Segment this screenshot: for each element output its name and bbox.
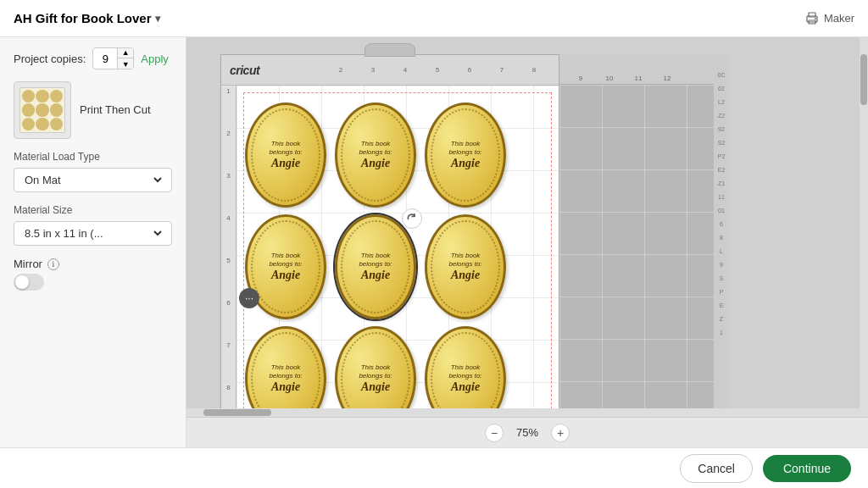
bookmark-name-4: Angie — [271, 269, 300, 282]
bookmark-text-top-3: This bookbelongs to: — [448, 140, 481, 156]
maker-indicator: Maker — [805, 12, 854, 25]
bookmark-text-top-5: This bookbelongs to: — [359, 252, 392, 268]
printer-icon — [805, 12, 819, 25]
spinner-buttons[interactable]: ▲ ▼ — [117, 47, 133, 69]
zoom-bar: − 75% + — [186, 417, 868, 447]
project-copies-label: Project copies: — [14, 53, 86, 65]
bookmark-name-8: Angie — [361, 380, 390, 394]
bookmark-1[interactable]: This bookbelongs to: Angie — [245, 103, 326, 208]
mat-handle — [364, 43, 415, 57]
bookmark-text-top-8: This bookbelongs to: — [359, 363, 392, 380]
horizontal-scrollbar-thumb[interactable] — [203, 409, 271, 416]
mirror-group: Mirror ℹ — [14, 258, 172, 291]
vertical-scrollbar-thumb[interactable] — [860, 54, 867, 105]
material-size-label: Material Size — [14, 204, 172, 216]
mat-thumbnail — [14, 81, 71, 139]
project-title-bar: AH Gift for Book Lover ▾ — [14, 11, 160, 25]
bookmarks-grid: This bookbelongs to: Angie This bookbelo… — [245, 103, 511, 417]
mat-content-area: 1 2 3 4 5 6 7 8 9 — [221, 86, 559, 417]
mirror-info-icon[interactable]: ℹ — [47, 258, 59, 270]
zoom-level-display: 75% — [512, 426, 542, 439]
apply-button[interactable]: Apply — [141, 53, 169, 65]
vertical-ruler: 1 2 3 4 5 6 7 8 9 — [221, 86, 236, 417]
bookmark-text-top-6: This bookbelongs to: — [448, 252, 481, 268]
bookmark-8[interactable]: This bookbelongs to: Angie — [335, 326, 416, 417]
material-load-dropdown[interactable]: On Mat — [21, 173, 164, 187]
rotate-action-button[interactable] — [402, 208, 422, 229]
bookmark-name-2: Angie — [361, 157, 390, 170]
bookmark-name-5: Angie — [361, 269, 390, 282]
continue-button[interactable]: Continue — [763, 455, 851, 482]
svg-point-3 — [815, 18, 816, 19]
material-size-group: Material Size 8.5 in x 11 in (... — [14, 204, 172, 246]
bookmark-3[interactable]: This bookbelongs to: Angie — [425, 103, 506, 208]
canvas-scroll[interactable]: cricut 2 3 4 5 6 7 8 — [186, 37, 868, 417]
bookmark-name-7: Angie — [271, 380, 300, 394]
gray-extension-area: 9 10 11 12 0C 62 L2 Z2 92 S2 — [559, 54, 729, 417]
mat-type-label: Print Then Cut — [80, 103, 151, 118]
bookmark-text-top-2: This bookbelongs to: — [359, 140, 392, 156]
copies-increment-button[interactable]: ▲ — [118, 47, 133, 58]
bookmark-6[interactable]: This bookbelongs to: Angie — [425, 214, 506, 319]
rotate-icon — [406, 213, 418, 225]
project-copies-row: Project copies: 9 ▲ ▼ Apply — [14, 47, 172, 69]
bookmark-5[interactable]: This bookbelongs to: Angie — [335, 214, 416, 319]
left-panel: Project copies: 9 ▲ ▼ Apply — [0, 37, 186, 447]
bookmark-name-9: Angie — [451, 380, 480, 394]
bookmark-name-3: Angie — [451, 157, 480, 170]
bottom-action-bar: Cancel Continue — [0, 447, 868, 488]
cricut-logo: cricut — [230, 64, 259, 77]
gray-grid — [559, 85, 714, 417]
zoom-out-button[interactable]: − — [485, 424, 504, 442]
white-mat: cricut 2 3 4 5 6 7 8 — [220, 54, 559, 417]
bookmark-text-top-7: This bookbelongs to: — [269, 363, 302, 380]
zoom-in-button[interactable]: + — [551, 424, 570, 442]
bookmark-9[interactable]: This bookbelongs to: Angie — [425, 326, 506, 417]
bookmark-text-top-1: This bookbelongs to: — [269, 140, 302, 156]
maker-label-text: Maker — [824, 12, 854, 25]
copies-input[interactable]: 9 — [93, 53, 117, 65]
material-size-dropdown[interactable]: 8.5 in x 11 in (... — [21, 226, 164, 241]
bookmark-7[interactable]: This bookbelongs to: Angie — [245, 326, 326, 417]
mat-preview: Print Then Cut — [14, 81, 172, 139]
vertical-scrollbar[interactable] — [860, 37, 868, 417]
canvas-area: cricut 2 3 4 5 6 7 8 — [186, 37, 868, 447]
material-size-select[interactable]: 8.5 in x 11 in (... — [14, 221, 172, 246]
right-ruler: 0C 62 L2 Z2 92 S2 P2 E2 Z1 11 01 6 8 L — [714, 68, 729, 417]
mat-header: cricut 2 3 4 5 6 7 8 — [221, 55, 559, 86]
mirror-label: Mirror — [14, 258, 42, 270]
bookmark-name-1: Angie — [271, 157, 300, 170]
project-copies-spinner[interactable]: 9 ▲ ▼ — [92, 47, 134, 69]
cancel-button[interactable]: Cancel — [680, 454, 753, 483]
bookmark-name-6: Angie — [451, 269, 480, 282]
mirror-toggle[interactable] — [14, 274, 44, 291]
working-area: This bookbelongs to: Angie This bookbelo… — [236, 86, 559, 417]
gray-ruler-top: 9 10 11 12 — [559, 54, 729, 85]
bookmark-2[interactable]: This bookbelongs to: Angie — [335, 103, 416, 208]
mat-container: cricut 2 3 4 5 6 7 8 — [220, 54, 729, 417]
material-load-type-select[interactable]: On Mat — [14, 168, 172, 192]
horizontal-scrollbar[interactable] — [186, 408, 860, 417]
title-chevron-icon[interactable]: ▾ — [155, 13, 160, 25]
material-load-type-label: Material Load Type — [14, 151, 172, 163]
edit-action-button[interactable]: ··· — [239, 288, 259, 308]
project-title: AH Gift for Book Lover — [14, 11, 152, 25]
bookmark-text-top-4: This bookbelongs to: — [269, 252, 302, 268]
material-load-type-group: Material Load Type On Mat — [14, 151, 172, 192]
copies-decrement-button[interactable]: ▼ — [118, 58, 133, 69]
bookmark-4[interactable]: This bookbelongs to: Angie ··· — [245, 214, 326, 319]
bookmark-text-top-9: This bookbelongs to: — [448, 363, 481, 380]
